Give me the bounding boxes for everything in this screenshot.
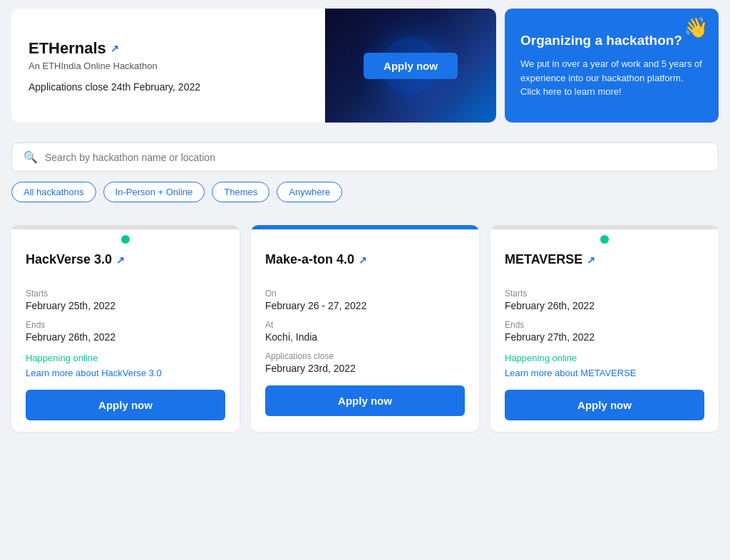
- hero-hackathon-name: ETHernals: [29, 39, 106, 58]
- at-value: Kochi, India: [265, 331, 465, 343]
- external-link-icon[interactable]: ↗: [116, 254, 125, 266]
- at-label: At: [265, 320, 465, 330]
- hero-hackathon-card: ETHernals ↗ An ETHIndia Online Hackathon…: [11, 9, 496, 123]
- card-title: HackVerse 3.0 ↗: [26, 252, 225, 267]
- filter-chip-anywhere[interactable]: Anywhere: [277, 182, 342, 202]
- filter-chip-all-hackathons[interactable]: All hackathons: [11, 182, 96, 202]
- external-link-icon[interactable]: ↗: [587, 254, 595, 266]
- online-dot-icon: [121, 235, 130, 244]
- online-dot-icon: [600, 235, 609, 244]
- online-badge: Happening online: [505, 353, 704, 363]
- search-bar: 🔍: [11, 142, 719, 172]
- card-body: Make-a-ton 4.0 ↗ On February 26 - 27, 20…: [251, 229, 479, 432]
- hero-apply-button[interactable]: Apply now: [364, 53, 458, 79]
- search-input[interactable]: [45, 152, 706, 163]
- card-title-text: Make-a-ton 4.0: [265, 252, 354, 267]
- search-icon: 🔍: [24, 150, 38, 164]
- card-title-text: HackVerse 3.0: [26, 252, 112, 267]
- hackathon-card-hackverse: HackVerse 3.0 ↗ Starts February 25th, 20…: [11, 225, 240, 432]
- filter-row: All hackathonsIn-Person + OnlineThemesAn…: [11, 182, 719, 208]
- online-badge: Happening online: [26, 353, 225, 363]
- hackathon-card-make-a-ton: Make-a-ton 4.0 ↗ On February 26 - 27, 20…: [251, 225, 479, 432]
- ends-value: February 27th, 2022: [505, 331, 704, 343]
- apply-button-make-a-ton[interactable]: Apply now: [265, 385, 465, 416]
- hero-hackathon-title: ETHernals ↗: [29, 39, 308, 58]
- card-body: HackVerse 3.0 ↗ Starts February 25th, 20…: [11, 229, 240, 432]
- on-label: On: [265, 289, 465, 299]
- apply-button-metaverse[interactable]: Apply now: [505, 390, 704, 420]
- learn-more-link[interactable]: Learn more about HackVerse 3.0: [26, 368, 225, 378]
- hero-hackathon-date: Applications close 24th February, 2022: [29, 81, 308, 93]
- hero-section: ETHernals ↗ An ETHIndia Online Hackathon…: [0, 0, 730, 131]
- external-link-icon[interactable]: ↗: [359, 254, 367, 266]
- starts-value: February 26th, 2022: [505, 300, 704, 311]
- learn-more-link[interactable]: Learn more about METAVERSE: [505, 368, 704, 378]
- hero-promo-card[interactable]: 👋 Organizing a hackathon? We put in over…: [505, 9, 719, 123]
- on-value: February 26 - 27, 2022: [265, 300, 465, 311]
- hero-hackathon-subtitle: An ETHIndia Online Hackathon: [29, 61, 308, 71]
- starts-value: February 25th, 2022: [26, 300, 225, 311]
- hero-hackathon-info: ETHernals ↗ An ETHIndia Online Hackathon…: [11, 9, 325, 123]
- applications-close-label: Applications close: [265, 351, 465, 361]
- hero-hackathon-image: Apply now: [325, 9, 496, 123]
- ends-label: Ends: [505, 320, 704, 330]
- card-title: Make-a-ton 4.0 ↗: [265, 252, 465, 267]
- starts-label: Starts: [26, 289, 225, 299]
- card-title-text: METAVERSE: [505, 252, 582, 267]
- card-title: METAVERSE ↗: [505, 252, 704, 267]
- external-link-icon[interactable]: ↗: [110, 43, 119, 54]
- promo-emoji-icon: 👋: [684, 16, 709, 39]
- search-filter-section: 🔍 All hackathonsIn-Person + OnlineThemes…: [0, 131, 730, 214]
- filter-chip-in-person-+-online[interactable]: In-Person + Online: [103, 182, 205, 202]
- apply-button-hackverse[interactable]: Apply now: [26, 390, 225, 420]
- ends-label: Ends: [26, 320, 225, 330]
- ends-value: February 26th, 2022: [26, 331, 225, 343]
- filter-chip-themes[interactable]: Themes: [212, 182, 269, 202]
- starts-label: Starts: [505, 289, 704, 299]
- promo-text: We put in over a year of work and 5 year…: [520, 57, 703, 99]
- promo-title: Organizing a hackathon?: [520, 32, 703, 50]
- hackathon-card-metaverse: METAVERSE ↗ Starts February 26th, 2022 E…: [490, 225, 719, 432]
- cards-section: HackVerse 3.0 ↗ Starts February 25th, 20…: [0, 214, 730, 443]
- card-body: METAVERSE ↗ Starts February 26th, 2022 E…: [490, 229, 719, 432]
- applications-close-value: February 23rd, 2022: [265, 363, 465, 374]
